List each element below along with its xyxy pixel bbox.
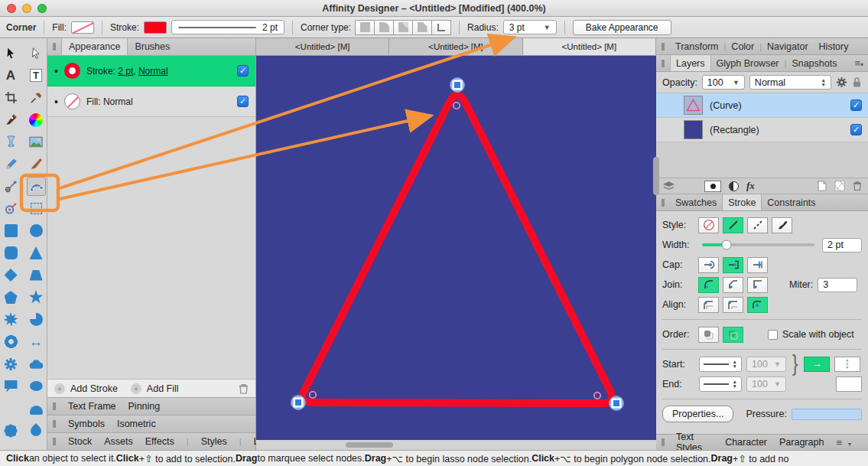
horizontal-scrollbar[interactable] xyxy=(346,442,393,448)
cloud-tool[interactable] xyxy=(27,354,46,373)
gear-icon[interactable] xyxy=(836,77,847,88)
tab-text-frame[interactable]: Text Frame xyxy=(63,401,122,412)
symbols-panel-header[interactable]: Symbols Isometric xyxy=(47,415,255,432)
stroke-style-solid-button[interactable] xyxy=(723,217,743,233)
trapezoid-tool[interactable] xyxy=(27,266,46,285)
trash-icon[interactable] xyxy=(239,383,249,394)
bake-appearance-button[interactable]: Bake Appearance xyxy=(573,20,671,35)
stroke-style-brush-button[interactable] xyxy=(772,217,792,233)
panel-grip-icon[interactable] xyxy=(662,43,665,51)
align-outside-button[interactable] xyxy=(747,297,768,313)
mask-layer-icon[interactable] xyxy=(704,181,721,192)
double-arrow-tool[interactable]: ↔ xyxy=(27,332,46,351)
rounded-rectangle-tool[interactable] xyxy=(2,243,21,262)
tab-swatches[interactable]: Swatches xyxy=(670,194,722,210)
tab-effects[interactable]: Effects xyxy=(140,436,180,447)
opacity-dropdown[interactable]: 100 ▼ xyxy=(702,75,745,90)
stroke-row-weight-link[interactable]: 2 pt xyxy=(118,66,133,77)
close-button[interactable] xyxy=(7,4,16,13)
scale-with-object-checkbox[interactable] xyxy=(768,330,778,340)
callout-square-tool[interactable] xyxy=(2,376,21,396)
ellipse-tool[interactable] xyxy=(27,221,46,240)
tab-layers[interactable]: Layers xyxy=(670,55,711,71)
tab-stock[interactable]: Stock xyxy=(63,436,97,447)
corner-radius-handle-top[interactable] xyxy=(454,103,460,109)
stroke-style-dashed-button[interactable] xyxy=(747,217,768,233)
frame-text-tool[interactable]: T xyxy=(27,66,46,85)
panel-grip-icon[interactable] xyxy=(662,60,665,67)
node-bottom-left[interactable] xyxy=(291,396,306,410)
fill-visibility-checkbox[interactable]: ✓ xyxy=(237,96,249,107)
color-picker-tool[interactable] xyxy=(27,88,46,107)
cog-tool[interactable] xyxy=(2,354,21,373)
radius-dropdown[interactable]: 3 pt ▼ xyxy=(503,20,557,34)
pentagon-tool[interactable] xyxy=(2,288,21,307)
stroke-width-field[interactable]: 2 pt xyxy=(171,20,284,34)
corner-rounded-button[interactable] xyxy=(374,20,394,35)
triangle-stroke-path[interactable] xyxy=(303,95,613,403)
appearance-fill-row[interactable]: • Fill: Normal ✓ xyxy=(47,86,255,117)
fill-tool[interactable] xyxy=(2,199,21,218)
miter-value-field[interactable]: 3 xyxy=(818,278,857,292)
vector-brush-tool[interactable] xyxy=(27,155,46,174)
stroke-style-none-button[interactable] xyxy=(698,217,719,233)
text-frame-panel-header[interactable]: Text Frame Pinning xyxy=(47,397,255,415)
start-style-dropdown[interactable]: ▲▼ xyxy=(699,357,742,372)
panel-grip-icon[interactable] xyxy=(662,199,665,207)
tab-constraints[interactable]: Constraints xyxy=(762,194,821,210)
order-behind-button[interactable] xyxy=(723,327,743,343)
stroke-swatch[interactable] xyxy=(144,21,167,34)
panel-menu-icon[interactable]: ≡▾ xyxy=(830,437,863,448)
corner-cutout-button[interactable] xyxy=(412,20,432,35)
tab-snapshots[interactable]: Snapshots xyxy=(786,55,842,71)
layer-row-curve[interactable]: (Curve) ✓ xyxy=(656,93,868,118)
tab-brushes[interactable]: Brushes xyxy=(128,38,177,55)
flower-tool[interactable] xyxy=(2,421,21,440)
layer-row-rectangle[interactable]: (Rectangle) ✓ xyxy=(656,118,868,142)
order-front-button[interactable] xyxy=(698,327,719,343)
add-fill-button[interactable]: Add Fill xyxy=(147,383,179,394)
tear-tool[interactable] xyxy=(27,421,46,440)
gradient-tool[interactable] xyxy=(2,177,21,196)
appearance-stroke-row[interactable]: • Stroke: 2 pt, Normal ✓ xyxy=(47,56,255,86)
donut-tool[interactable] xyxy=(2,332,21,351)
pie-tool[interactable] xyxy=(27,310,46,329)
tab-pinning[interactable]: Pinning xyxy=(123,401,166,412)
new-layer-icon[interactable] xyxy=(818,181,827,191)
blend-mode-dropdown[interactable]: Normal ▲▼ xyxy=(749,75,831,90)
triangle-tool[interactable] xyxy=(27,243,46,262)
star-tool[interactable] xyxy=(27,288,46,307)
pen-tool[interactable] xyxy=(2,110,21,129)
document-tab-1[interactable]: <Untitled> [M] xyxy=(256,38,389,55)
crop-tool[interactable] xyxy=(2,88,21,107)
callout-round-tool[interactable] xyxy=(27,376,46,396)
stock-panel-header[interactable]: Stock Assets Effects| Styles| Links ≡▾ xyxy=(47,432,255,450)
panel-menu-icon[interactable]: ≡▾ xyxy=(854,57,863,69)
corner-radius-handle-right[interactable] xyxy=(594,393,600,399)
new-pattern-layer-icon[interactable] xyxy=(834,181,845,191)
document-tab-2[interactable]: <Untitled> [M] xyxy=(389,38,522,55)
join-miter-button[interactable] xyxy=(747,277,768,293)
properties-button[interactable]: Properties... xyxy=(662,406,733,422)
end-style-dropdown[interactable]: ▲▼ xyxy=(699,376,742,392)
lock-icon[interactable] xyxy=(852,77,862,88)
corner-straight-button[interactable] xyxy=(431,20,451,35)
cap-round-button[interactable] xyxy=(698,257,719,273)
node-tool[interactable] xyxy=(27,177,46,196)
corner-concave-button[interactable] xyxy=(393,20,413,35)
tab-stroke[interactable]: Stroke xyxy=(722,194,762,210)
corner-sharp-button[interactable] xyxy=(355,20,375,35)
pressure-profile[interactable] xyxy=(792,409,862,420)
place-image-tool[interactable] xyxy=(27,132,46,152)
trash-icon[interactable] xyxy=(853,181,862,191)
align-center-button[interactable] xyxy=(698,297,719,313)
add-stroke-button[interactable]: Add Stroke xyxy=(70,383,118,394)
adjustment-layer-icon[interactable] xyxy=(729,181,739,191)
transparency-tool[interactable] xyxy=(2,132,21,152)
panel-grip-icon[interactable] xyxy=(53,43,56,51)
end-size-dropdown[interactable]: 100 ▼ xyxy=(746,376,786,392)
crescent-tool[interactable] xyxy=(2,399,21,418)
tab-paragraph[interactable]: Paragraph xyxy=(773,437,830,448)
node-top[interactable] xyxy=(450,78,465,93)
join-round-button[interactable] xyxy=(698,277,719,293)
